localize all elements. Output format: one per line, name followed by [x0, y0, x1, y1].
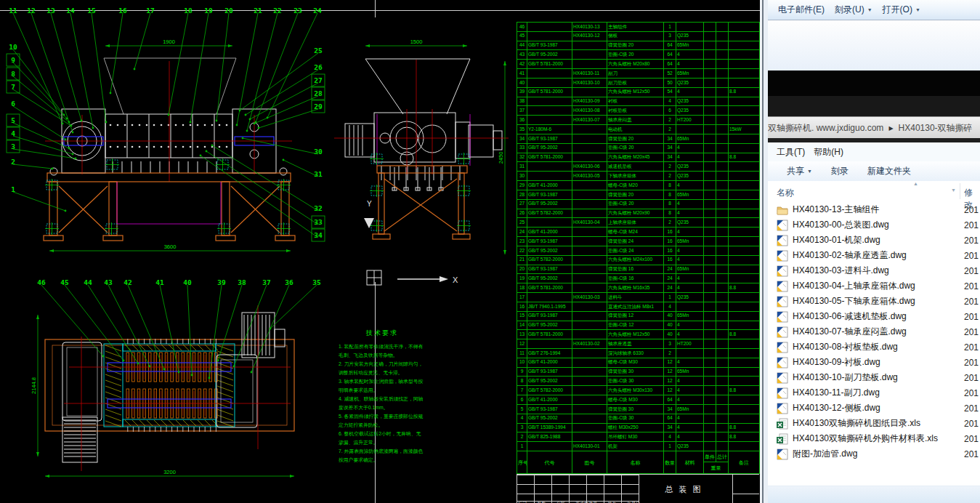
dwg-file-icon	[777, 296, 788, 307]
file-name[interactable]: HX40130-08-衬板垫板.dwg	[793, 341, 898, 353]
command-toolbar: 共享▼刻录新建文件夹	[768, 161, 980, 182]
file-row[interactable]: HX40130-02-轴承座透盖.dwg201	[768, 248, 980, 263]
file-name[interactable]: HX40130-04-上轴承座箱体.dwg	[793, 280, 915, 292]
bom-row: 12HX40130-02轴承座透盖3HT200	[517, 339, 760, 349]
file-row[interactable]: HX40130-12-侧板.dwg201	[768, 401, 980, 416]
bom-row: 23GB/T 93-1987弹簧垫圈 241665Mn	[517, 237, 760, 246]
dwg-file-icon	[777, 235, 788, 246]
file-name[interactable]: HX40130-07-轴承座闷盖.dwg	[793, 326, 907, 338]
menu-item[interactable]: 刻录(U)▼	[835, 4, 872, 16]
menu-item[interactable]: 帮助(H)	[814, 146, 843, 158]
column-divider[interactable]	[960, 183, 960, 199]
file-row[interactable]: HX40130-13-主轴组件201	[768, 202, 980, 217]
file-name[interactable]: HX40130-05-下轴承座箱体.dwg	[793, 295, 915, 307]
file-row[interactable]: HX40130双轴撕碎机图纸目录.xls201	[768, 416, 980, 431]
bom-row: 33GB/T 95-2002垫圈-C级 20344	[517, 143, 760, 153]
file-date-modified: 201	[964, 449, 980, 459]
menu-item[interactable]: 打开(O)▼	[883, 4, 920, 16]
file-name[interactable]: HX40130-00-总装图.dwg	[793, 219, 889, 231]
file-name[interactable]: HX40130-09-衬板.dwg	[793, 356, 880, 369]
bom-row: 30HX40130-05下轴承座箱体2Q235	[517, 172, 760, 181]
file-name[interactable]: HX40130双轴撕碎机外购件材料表.xls	[793, 432, 938, 445]
file-row[interactable]: HX40130-06-减速机垫板.dwg201	[768, 309, 980, 324]
file-row[interactable]: HX40130-11-副刀.dwg201	[768, 385, 980, 401]
revision-grid: 标记处数分区更改文件号签名年月日	[517, 475, 639, 503]
note-item: 2. 刀片安装方向正确，刀片间隙均匀，调整后转动应灵活、无卡滞。	[339, 360, 426, 377]
balloon-number: 1	[11, 185, 15, 193]
balloon-number: 2	[11, 158, 15, 166]
dimension-label: 3600	[164, 244, 177, 250]
column-filter-icon[interactable]: ▼	[951, 188, 956, 193]
file-name[interactable]: HX40130-06-减速机垫板.dwg	[793, 310, 907, 323]
file-row[interactable]: HX40130-00-总装图.dwg201	[768, 217, 980, 233]
dwg-file-icon	[777, 265, 788, 277]
menu-item[interactable]: 电子邮件(E)	[778, 4, 825, 16]
file-row[interactable]: HX40130-09-衬板.dwg201	[768, 355, 980, 370]
dwg-file-icon	[777, 357, 788, 369]
notes-title: 技术要求	[339, 329, 426, 338]
menu-item[interactable]: 工具(T)	[777, 146, 805, 158]
file-row[interactable]: HX40130-10-副刀垫板.dwg201	[768, 370, 980, 385]
file-name[interactable]: HX40130双轴撕碎机图纸目录.xls	[793, 417, 920, 430]
bom-row: 13GB/T 5781-2000六角头螺栓 M12x504048.8	[517, 330, 760, 339]
file-row[interactable]: HX40130双轴撕碎机外购件材料表.xls201	[768, 431, 980, 446]
file-date-modified: 201	[964, 373, 980, 383]
file-name[interactable]: 附图-加油管.dwg	[793, 448, 857, 460]
file-row[interactable]: HX40130-07-轴承座闷盖.dwg201	[768, 324, 980, 339]
file-row[interactable]: HX40130-01-机架.dwg201	[768, 233, 980, 248]
bom-row: 22GB/T 95-2002垫圈-C级 24164	[517, 246, 760, 255]
top-gearboxes-motors	[62, 313, 285, 462]
bom-row: 41HX40130-11副刀5265Mn	[517, 69, 760, 79]
address-bar[interactable]: 双轴撕碎机. www.jxdiguo.com▶HX40130-双轴撕碎	[768, 116, 980, 139]
toolbar-button[interactable]: 刻录	[831, 165, 849, 177]
balloon-number: 29	[314, 102, 323, 110]
balloon-number: 5	[11, 116, 15, 124]
bom-row: 46HX40130-13主轴组件1	[517, 23, 760, 32]
breadcrumb-segment[interactable]: 双轴撕碎机. www.jxdiguo.com	[768, 122, 883, 134]
dimension-label: 3200	[163, 469, 176, 475]
toolbar-button[interactable]: 新建文件夹	[867, 165, 911, 177]
balloon-number: 10	[9, 43, 17, 51]
balloon-number: 11	[9, 7, 17, 15]
bom-row: 5GB/T 93-1987弹簧垫圈 303465Mn	[517, 404, 760, 414]
folder-icon	[777, 204, 788, 216]
side-stand	[373, 166, 470, 239]
file-row[interactable]: 附图-加油管.dwg201	[768, 446, 980, 462]
file-name[interactable]: HX40130-13-主轴组件	[793, 204, 879, 216]
centerlines	[45, 61, 292, 182]
xls-file-icon	[777, 418, 788, 430]
note-item: 6. 整机空载试运转2小时，无异响、无渗漏、温升正常。	[339, 430, 426, 446]
file-name[interactable]: HX40130-12-侧板.dwg	[793, 402, 880, 414]
bom-row: 11GB/T 276-1994深沟球轴承 63302	[517, 348, 760, 358]
dimension-label: 1500	[410, 39, 423, 45]
file-row[interactable]: HX40130-05-下轴承座箱体.dwg201	[768, 294, 980, 309]
balloon-number: 12	[27, 7, 35, 15]
bom-row: 17HX40130-03进料斗1Q235	[517, 293, 760, 302]
file-date-modified: 201	[964, 251, 980, 261]
file-row[interactable]: HX40130-08-衬板垫板.dwg201	[768, 339, 980, 355]
file-name[interactable]: HX40130-11-副刀.dwg	[793, 387, 880, 399]
front-view-drawing: 1112131415161718192021222324109876543212…	[0, 0, 341, 275]
balloon-number: 6	[11, 100, 15, 108]
file-date-modified: 201	[964, 358, 980, 368]
file-name[interactable]: HX40130-02-轴承座透盖.dwg	[793, 249, 907, 262]
balloon-number: 37	[262, 278, 270, 286]
file-date-modified: 201	[964, 281, 980, 291]
file-row[interactable]: HX40130-04-上轴承座箱体.dwg201	[768, 278, 980, 294]
sort-ascending-icon[interactable]: ▲	[913, 181, 918, 186]
file-name[interactable]: HX40130-03-进料斗.dwg	[793, 265, 889, 277]
bom-row: 7GB/T 5782-2000六角头螺栓 M30x1301248.8	[517, 386, 760, 395]
toolbar-button[interactable]: 共享▼	[787, 165, 812, 177]
file-row[interactable]: HX40130-03-进料斗.dwg201	[768, 263, 980, 278]
file-name[interactable]: HX40130-01-机架.dwg	[793, 234, 880, 246]
dwg-file-icon	[777, 250, 788, 262]
file-date-modified: 201	[964, 236, 980, 246]
dimension-label: 2450	[498, 152, 504, 164]
file-name[interactable]: HX40130-10-副刀垫板.dwg	[793, 371, 898, 384]
bom-row: 43GB/T 95-2002垫圈-C级 20644	[517, 50, 760, 60]
column-header-name[interactable]: 名称	[777, 187, 794, 199]
balloon-number: 34	[314, 231, 323, 239]
breadcrumb-segment[interactable]: HX40130-双轴撕碎	[899, 122, 973, 134]
cad-drawing-area: 1112131415161718192021222324109876543212…	[0, 0, 760, 503]
balloon-number: 7	[11, 83, 15, 91]
